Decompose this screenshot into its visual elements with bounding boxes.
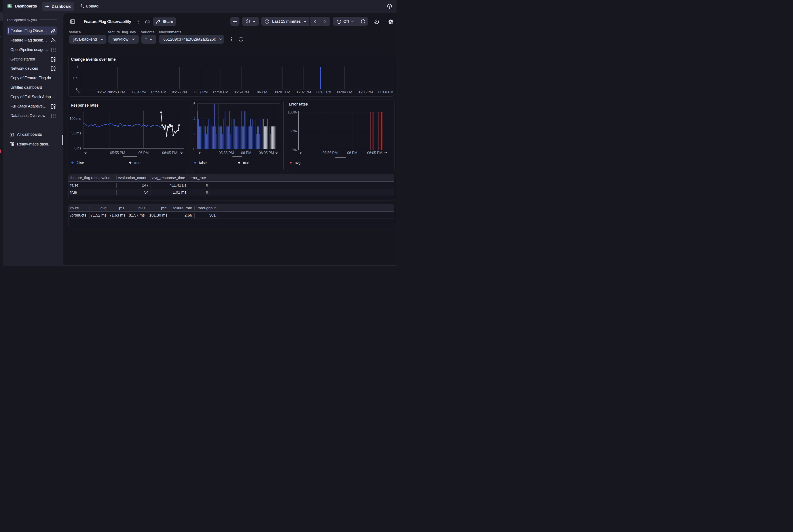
svg-text:05:56 PM: 05:56 PM [172,90,187,94]
svg-text:06:04 PM: 06:04 PM [337,90,352,94]
svg-text:0.5: 0.5 [73,76,78,80]
svg-text:0 ns: 0 ns [74,146,81,150]
svg-text:05:54 PM: 05:54 PM [131,90,146,94]
svg-text:06 PM: 06 PM [138,151,148,155]
svg-text:6: 6 [193,102,195,106]
svg-text:06 PM: 06 PM [241,151,251,155]
svg-text:05:55 PM: 05:55 PM [151,90,166,94]
svg-text:06:05 PM: 06:05 PM [367,151,382,155]
svg-text:05:55 PM: 05:55 PM [219,151,234,155]
svg-text:06:02 PM: 06:02 PM [296,90,311,94]
svg-text:06 PM: 06 PM [257,90,267,94]
svg-text:06:05 PM: 06:05 PM [162,151,177,155]
svg-text:100 ms: 100 ms [70,117,81,120]
svg-text:0: 0 [193,147,195,151]
svg-text:05:52 PM: 05:52 PM [97,90,112,94]
svg-text:05:57 PM: 05:57 PM [192,90,208,94]
svg-text:06:05 PM: 06:05 PM [357,90,373,94]
svg-text:06 PM: 06 PM [347,151,357,155]
svg-text:05:53 PM: 05:53 PM [110,90,125,94]
svg-text:50 ms: 50 ms [72,131,81,135]
svg-text:05:55 PM: 05:55 PM [322,151,337,155]
svg-text:2: 2 [193,132,195,136]
svg-text:100%: 100% [288,110,297,114]
svg-text:05:55 PM: 05:55 PM [110,151,125,155]
svg-text:4: 4 [193,117,195,121]
svg-text:1: 1 [76,65,78,69]
svg-text:05:59 PM: 05:59 PM [234,90,249,94]
svg-text:06:03 PM: 06:03 PM [316,90,331,94]
svg-text:0%: 0% [291,148,297,152]
svg-text:50%: 50% [289,129,297,133]
svg-text:05:58 PM: 05:58 PM [213,90,228,94]
svg-text:06:05 PM: 06:05 PM [259,151,274,155]
svg-text:06:01 PM: 06:01 PM [275,90,290,94]
svg-text:0: 0 [76,87,78,91]
